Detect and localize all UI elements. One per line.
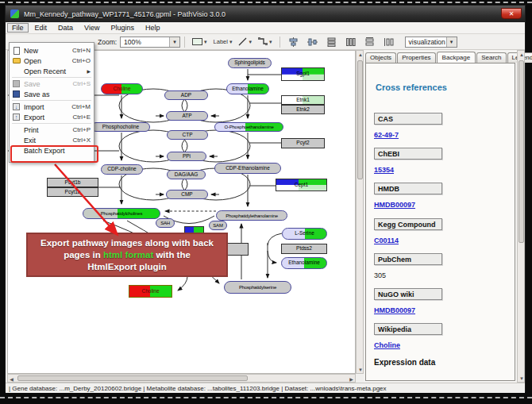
menu-item-label: Save [21, 80, 73, 88]
menu-item-save[interactable]: Save Ctrl+S [10, 79, 94, 89]
align-center-icon [288, 37, 299, 47]
tab-objects[interactable]: Objects [365, 52, 396, 63]
xref-link-hmdb[interactable]: HMDB00097 [374, 201, 415, 209]
tab-backpage[interactable]: Backpage [437, 52, 476, 63]
xref-link-wikipedia[interactable]: Choline [374, 341, 400, 349]
scroll-up-icon[interactable]: ▲ [518, 51, 526, 58]
stack-rows-button[interactable] [323, 35, 341, 48]
node-ppi[interactable]: PPi [167, 152, 206, 161]
node-sgpl1[interactable]: Sgpl1 [281, 67, 325, 81]
scrollbar-thumb[interactable] [357, 60, 363, 179]
menu-item-print[interactable]: Print Ctrl+P [10, 125, 94, 135]
xref-section-cas: CAS [374, 113, 442, 125]
node-l-serine[interactable]: L-Serine [282, 228, 327, 240]
close-button[interactable]: ✕ [501, 8, 522, 19]
node-cmp[interactable]: CMP [166, 190, 208, 199]
scroll-right-icon[interactable]: ▶ [348, 375, 355, 383]
xref-link-cas[interactable]: 62-49-7 [374, 131, 399, 139]
node-pcyt2[interactable]: Pcyt2 [281, 138, 325, 148]
app-window: Mm_Kennedy_pathway_WP1771_45176.gpml - P… [5, 5, 526, 392]
tab-search[interactable]: Search [476, 52, 506, 63]
node-cdp-ethanolamine[interactable]: CDP-Ethanolamine [214, 163, 281, 174]
node-ethanolamine-top[interactable]: Ethanolamine [226, 83, 269, 94]
datanode-tool-button[interactable]: ▾ [190, 35, 210, 48]
app-icon [10, 10, 19, 18]
label-tool-button[interactable]: Label ▾ [211, 35, 235, 48]
node-etnk2[interactable]: Etnk2 [281, 105, 325, 114]
tab-properties[interactable]: Properties [397, 52, 435, 63]
node-ptdss2[interactable]: Ptdss2 [281, 244, 327, 254]
xref-link-nugo[interactable]: HMDB00097 [374, 306, 415, 314]
node-cdp-choline[interactable]: CDP-choline [101, 164, 143, 175]
menu-separator [12, 77, 91, 78]
stack-rows-icon [326, 37, 337, 47]
menu-item-save-as[interactable]: Save as [10, 89, 94, 99]
node-choline-bottom-selected[interactable]: Choline [129, 285, 172, 298]
canvas-vertical-scrollbar[interactable]: ▲ ▼ [356, 50, 364, 374]
common-height-button[interactable] [380, 35, 398, 48]
stack-columns-button[interactable] [342, 35, 360, 48]
node-phosphatidylcholines[interactable]: Phosphatidylcholines [83, 208, 160, 219]
menu-plugins[interactable]: Plugins [106, 23, 139, 33]
node-pcyt1b[interactable]: Pcyt1b [47, 178, 98, 187]
xref-link-kegg[interactable]: C00114 [374, 237, 399, 244]
visualization-dropdown-icon[interactable]: ▾ [446, 37, 457, 47]
visualization-value: visualization [409, 38, 445, 46]
canvas-horizontal-scrollbar[interactable]: ◀ ▶ [7, 374, 356, 383]
visualization-select[interactable]: visualization ▾ [405, 37, 457, 48]
menu-item-exit[interactable]: Exit Ctrl+X [10, 135, 94, 145]
menu-item-export[interactable]: ↑ Export Ctrl+E [10, 112, 94, 122]
node-ethanolamine-bottom[interactable]: Ethanolamine [281, 257, 327, 269]
node-atp[interactable]: ATP [166, 111, 208, 121]
zoom-select[interactable]: 100% ▾ [120, 37, 180, 48]
menu-file[interactable]: File [7, 23, 29, 33]
panel-vertical-scrollbar[interactable]: ▲ ▼ [517, 50, 525, 383]
menu-edit[interactable]: Edit [30, 23, 52, 33]
dropdown-icon: ▾ [249, 39, 252, 45]
menu-item-new[interactable]: New Ctrl+N [10, 45, 94, 56]
menu-separator [12, 123, 91, 124]
common-width-button[interactable] [361, 35, 379, 48]
partially-hidden-gene-box-2[interactable] [226, 243, 249, 256]
xref-section-nugo: NuGO wiki [374, 288, 442, 300]
node-dag[interactable]: DAG/AAG [167, 170, 206, 179]
line-tool-button[interactable]: ▾ [236, 35, 254, 48]
scroll-down-icon[interactable]: ▼ [518, 375, 526, 382]
node-choline-top[interactable]: Choline [101, 83, 143, 94]
node-sam[interactable]: SAM [209, 221, 227, 230]
node-phosphatidylethanolamine[interactable]: Phosphatidylethanolamine [216, 210, 287, 221]
node-adp[interactable]: ADP [164, 90, 208, 100]
node-phosphatidylserine[interactable]: Phosphatidylserine [224, 281, 291, 294]
node-sah[interactable]: SAH [156, 218, 175, 228]
align-middle-button[interactable] [304, 35, 322, 48]
export-icon: ↑ [11, 114, 21, 121]
dropdown-icon: ▾ [204, 39, 207, 45]
scroll-left-icon[interactable]: ◀ [8, 375, 15, 383]
crop-dash-bottom [0, 397, 532, 398]
menu-item-open[interactable]: Open Ctrl+O [10, 56, 94, 66]
zoom-dropdown-icon[interactable]: ▾ [169, 37, 179, 47]
status-bar: | Gene database: ...m_Derby_20120602.bri… [6, 383, 525, 393]
node-pcyt1a[interactable]: Pcyt1a [47, 187, 98, 197]
scrollbar-thumb[interactable] [519, 60, 524, 243]
menu-item-shortcut: Ctrl+P [73, 126, 91, 133]
xref-section-hmdb: HMDB [374, 183, 442, 194]
xref-section-pubchem: PubChem [374, 253, 442, 265]
node-o-phosphoethanolamine[interactable]: O-Phosphoethanolamine [214, 122, 283, 132]
node-sphingolipids[interactable]: Sphingolipids [228, 58, 272, 68]
node-cept1[interactable]: Cept1 [276, 179, 327, 191]
scrollbar-thumb[interactable] [17, 375, 248, 381]
menu-data[interactable]: Data [53, 23, 78, 33]
node-phosphocholine[interactable]: Phosphocholine [91, 122, 150, 132]
menu-item-import[interactable]: ↓ Import Ctrl+M [10, 102, 94, 112]
menu-view[interactable]: View [79, 23, 104, 33]
menu-help[interactable]: Help [141, 23, 165, 33]
crop-dash-top [0, 2, 532, 3]
xref-link-chebi[interactable]: 15354 [374, 166, 394, 174]
align-center-button[interactable] [285, 35, 303, 48]
connector-tool-button[interactable]: ▾ [256, 35, 275, 48]
node-ctp[interactable]: CTP [167, 130, 208, 140]
menu-item-open-recent[interactable]: Open Recent ▶ [10, 66, 94, 76]
node-etnk1[interactable]: Etnk1 [281, 95, 325, 105]
new-file-icon [11, 47, 21, 55]
